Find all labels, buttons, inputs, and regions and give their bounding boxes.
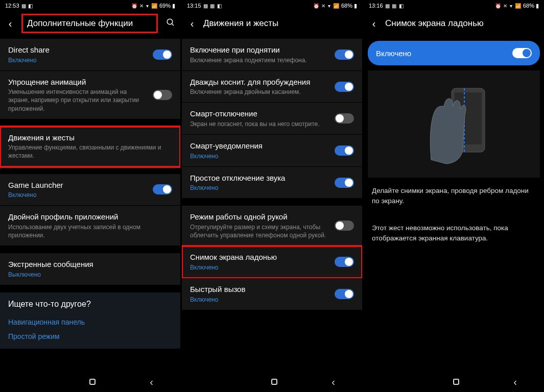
help-text-1: Делайте снимки экрана, проводя ребром ла… [364, 178, 544, 215]
battery-icon: ▮ [172, 3, 175, 9]
item-one-hand-mode[interactable]: Режим работы одной рукойОтрегулируйте ра… [182, 206, 362, 246]
item-smart-alert[interactable]: Смарт-уведомленияВключено [182, 135, 362, 167]
item-lift-to-wake[interactable]: Включение при поднятииВключение экрана п… [182, 39, 362, 71]
nav-bar: ‹ [182, 372, 362, 392]
suggestion-link-easy[interactable]: Простой режим [8, 329, 172, 344]
master-toggle-bar[interactable]: Включено [368, 41, 540, 65]
toggle-direct-share[interactable] [153, 50, 172, 60]
item-double-tap-wake[interactable]: Дважды коснит. для пробужденияВключение … [182, 71, 362, 103]
nav-home-icon[interactable] [89, 379, 96, 385]
nav-bar: ‹ [0, 372, 180, 392]
status-bar: 13:15▦ ▦ ◧ ⏰ ✕ ▾ 📶68%▮ [182, 0, 362, 11]
toggle-double-tap[interactable] [335, 82, 354, 92]
status-icons-left: ▦ ◧ [21, 3, 34, 9]
back-icon[interactable]: ‹ [187, 18, 197, 30]
item-reduce-animations[interactable]: Упрощение анимаций Уменьшение интенсивно… [0, 71, 180, 119]
settings-list: Direct share Включено Упрощение анимаций… [0, 36, 180, 372]
toggle-game-launcher[interactable] [153, 184, 172, 194]
toggle-smart-stay[interactable] [335, 113, 354, 124]
status-time: 13:16 [369, 3, 383, 9]
nav-back-icon[interactable]: ‹ [332, 376, 335, 388]
toggle-direct-call[interactable] [335, 289, 354, 299]
nav-recents-icon[interactable] [391, 381, 399, 382]
item-direct-call[interactable]: Быстрый вызовВключено [182, 278, 362, 310]
master-toggle[interactable] [512, 48, 532, 58]
status-time: 13:15 [187, 3, 201, 9]
nav-back-icon[interactable]: ‹ [513, 376, 517, 388]
palm-swipe-illustration [368, 70, 540, 178]
item-dual-messenger[interactable]: Двойной профиль приложений Использование… [0, 206, 180, 246]
svg-point-0 [167, 19, 173, 24]
status-battery: 68% [341, 3, 352, 9]
suggestion-title: Ищете что-то другое? [8, 300, 172, 309]
back-icon[interactable]: ‹ [369, 18, 379, 30]
screen-advanced-features: 12:53▦ ◧ ⏰ ✕ ▾ 📶69%▮ ‹ Дополнительные фу… [0, 0, 180, 392]
nav-recents-icon[interactable] [27, 381, 35, 382]
toggle-lift-to-wake[interactable] [335, 50, 354, 60]
status-icons-right: ⏰ ✕ ▾ 📶 [131, 3, 158, 9]
nav-back-icon[interactable]: ‹ [150, 376, 153, 388]
app-bar: ‹ Дополнительные функции [0, 11, 180, 36]
item-easy-mute[interactable]: Простое отключение звукаВключено [182, 167, 362, 199]
page-title: Снимок экрана ладонью [385, 18, 539, 29]
master-toggle-label: Включено [376, 49, 512, 58]
item-smart-stay[interactable]: Смарт-отключениеЭкран не погаснет, пока … [182, 103, 362, 135]
toggle-smart-alert[interactable] [335, 145, 354, 156]
status-battery: 68% [523, 3, 534, 9]
search-icon[interactable] [166, 18, 175, 30]
page-title: Дополнительные функции [21, 14, 158, 33]
item-game-launcher[interactable]: Game Launcher Включено [0, 174, 180, 206]
help-text-2: Этот жест невозможно использовать, пока … [364, 215, 544, 252]
screen-motions-gestures: 13:15▦ ▦ ◧ ⏰ ✕ ▾ 📶68%▮ ‹ Движения и жест… [182, 0, 362, 392]
screen-palm-swipe: 13:16▦ ▦ ◧ ⏰ ✕ ▾ 📶68%▮ ‹ Снимок экрана л… [364, 0, 544, 392]
settings-list: Включение при поднятииВключение экрана п… [182, 36, 362, 372]
nav-recents-icon[interactable] [209, 381, 217, 382]
toggle-palm-swipe[interactable] [335, 257, 354, 267]
back-icon[interactable]: ‹ [5, 18, 15, 30]
toggle-reduce-animations[interactable] [153, 90, 172, 100]
nav-bar: ‹ [364, 372, 544, 392]
page-title: Движения и жесты [203, 18, 357, 29]
app-bar: ‹ Движения и жесты [182, 11, 362, 36]
svg-line-1 [172, 23, 174, 26]
nav-home-icon[interactable] [453, 379, 459, 385]
status-bar: 12:53▦ ◧ ⏰ ✕ ▾ 📶69%▮ [0, 0, 180, 11]
app-bar: ‹ Снимок экрана ладонью [364, 11, 544, 36]
toggle-easy-mute[interactable] [335, 178, 354, 188]
item-palm-swipe-capture[interactable]: Снимок экрана ладоньюВключено [182, 246, 362, 278]
item-sos-messages[interactable]: Экстренные сообщения Выключено [0, 253, 180, 285]
suggestion-link-nav[interactable]: Навигационная панель [8, 315, 172, 329]
status-battery: 69% [159, 3, 171, 9]
toggle-one-hand[interactable] [335, 220, 354, 231]
item-motions-gestures[interactable]: Движения и жесты Управление функциями, с… [0, 127, 180, 167]
suggestion-box: Ищете что-то другое? Навигационная панел… [0, 292, 180, 349]
content: Включено Делайте снимки экрана, проводя … [364, 36, 544, 372]
item-direct-share[interactable]: Direct share Включено [0, 39, 180, 71]
status-time: 12:53 [5, 3, 19, 9]
nav-home-icon[interactable] [271, 379, 277, 385]
status-bar: 13:16▦ ▦ ◧ ⏰ ✕ ▾ 📶68%▮ [364, 0, 544, 11]
